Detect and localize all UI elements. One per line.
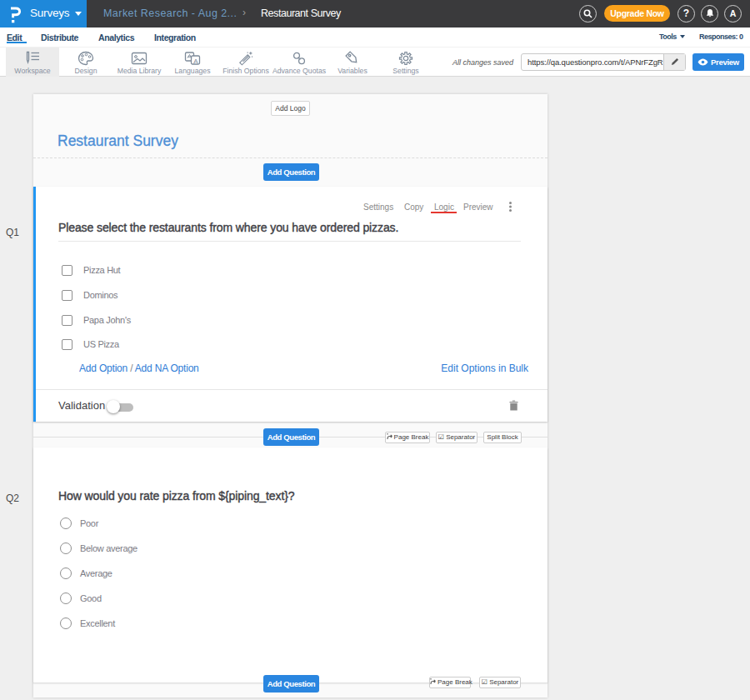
svg-text:A: A (193, 58, 198, 65)
